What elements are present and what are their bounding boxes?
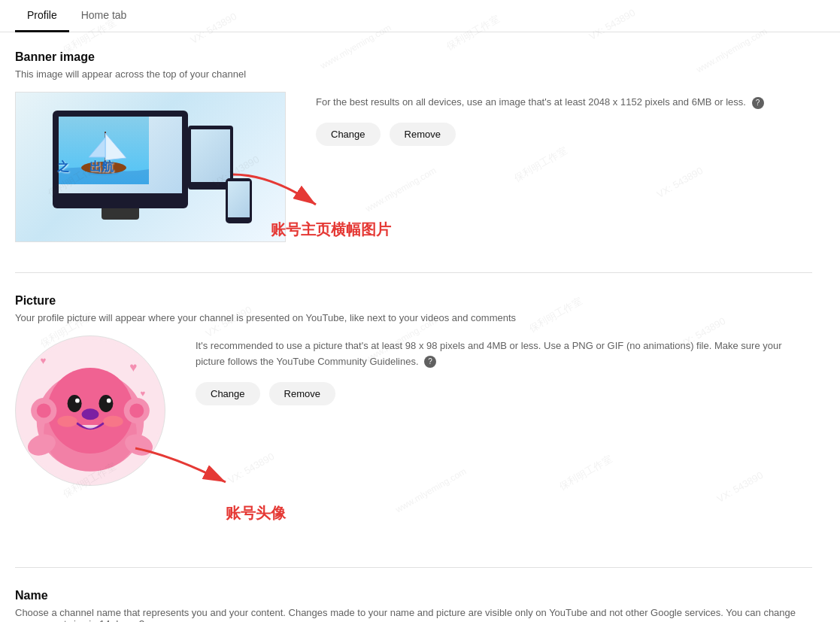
name-help-icon[interactable]: ? xyxy=(139,618,144,622)
svg-point-20 xyxy=(129,404,144,418)
tabs-bar: Profile Home tab xyxy=(0,0,840,32)
svg-point-16 xyxy=(82,408,99,420)
picture-info-text: It's recommended to use a picture that's… xyxy=(196,338,812,370)
monitor-stand xyxy=(102,208,139,220)
picture-media-row: ♥ ♥ ♥ xyxy=(15,335,812,486)
picture-remove-button[interactable]: Remove xyxy=(269,382,335,405)
banner-change-button[interactable]: Change xyxy=(316,123,381,146)
banner-description: This image will appear across the top of… xyxy=(15,68,812,80)
spacer xyxy=(15,516,812,561)
svg-point-12 xyxy=(68,395,82,412)
picture-change-button[interactable]: Change xyxy=(196,382,260,405)
svg-point-22 xyxy=(103,416,123,427)
monitor-screen xyxy=(59,117,182,193)
profile-picture-svg: ♥ ♥ ♥ xyxy=(19,339,162,482)
divider-1 xyxy=(15,272,812,273)
main-content: Banner image This image will appear acro… xyxy=(0,32,827,622)
tablet-screen xyxy=(191,129,230,182)
banner-info-text: For the best results on all devices, use… xyxy=(316,95,812,111)
picture-info: It's recommended to use a picture that's… xyxy=(196,335,812,405)
svg-text:♥: ♥ xyxy=(41,355,47,366)
svg-point-18 xyxy=(37,404,51,418)
picture-button-row: Change Remove xyxy=(196,382,812,405)
name-description: Choose a channel name that represents yo… xyxy=(15,607,812,622)
banner-button-row: Change Remove xyxy=(316,123,812,146)
svg-text:♥: ♥ xyxy=(129,360,137,375)
picture-section: Picture Your profile picture will appear… xyxy=(15,294,812,486)
svg-point-15 xyxy=(107,399,111,403)
svg-point-21 xyxy=(57,416,77,427)
picture-help-icon[interactable]: ? xyxy=(424,356,436,368)
tab-home-tab[interactable]: Home tab xyxy=(69,0,139,32)
banner-title: Banner image xyxy=(15,50,812,64)
svg-point-14 xyxy=(75,399,80,403)
phone-shape xyxy=(226,178,252,223)
name-section: Name Choose a channel name that represen… xyxy=(15,589,812,622)
banner-help-icon[interactable]: ? xyxy=(752,97,764,109)
banner-overlay-text: 之 出航 xyxy=(57,159,114,175)
picture-title: Picture xyxy=(15,294,812,308)
banner-remove-button[interactable]: Remove xyxy=(390,123,456,146)
profile-picture-preview: ♥ ♥ ♥ xyxy=(15,335,165,486)
banner-image-preview: 之 出航 xyxy=(15,92,286,242)
name-title: Name xyxy=(15,589,812,602)
banner-info: For the best results on all devices, use… xyxy=(316,92,812,146)
banner-section: Banner image This image will appear acro… xyxy=(15,50,812,242)
divider-2 xyxy=(15,567,812,568)
banner-media-row: 之 出航 For the best results on all devices… xyxy=(15,92,812,242)
phone-screen xyxy=(228,181,250,217)
picture-description: Your profile picture will appear where y… xyxy=(15,312,812,323)
svg-text:♥: ♥ xyxy=(141,389,146,398)
svg-point-13 xyxy=(99,395,113,412)
tab-profile[interactable]: Profile xyxy=(15,0,69,32)
